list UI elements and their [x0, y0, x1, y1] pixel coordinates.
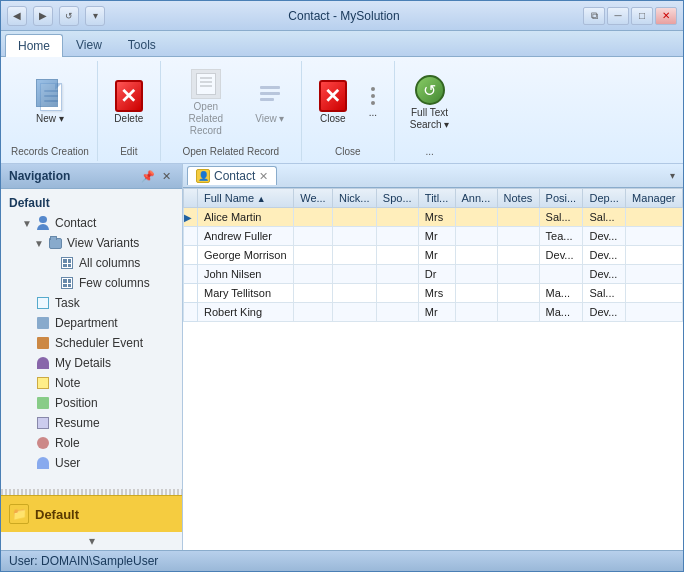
- records-creation-buttons: New ▾: [27, 63, 73, 142]
- cell-nick-2: [332, 246, 376, 265]
- header-notes[interactable]: Notes: [497, 189, 539, 208]
- cell-spo-1: [376, 227, 418, 246]
- task-icon: [35, 295, 51, 311]
- view-button[interactable]: View ▾: [247, 75, 293, 130]
- open-related-buttons: Open RelatedRecord View ▾: [169, 63, 293, 142]
- delete-button-label: Delete: [114, 113, 143, 125]
- sidebar-item-role[interactable]: Role: [1, 433, 182, 453]
- more-button[interactable]: ...: [360, 83, 386, 122]
- cell-full-name-4: Mary Tellitson: [198, 284, 294, 303]
- sidebar-item-resume[interactable]: Resume: [1, 413, 182, 433]
- cell-nick-4: [332, 284, 376, 303]
- minimize-button[interactable]: ─: [607, 7, 629, 25]
- header-posi[interactable]: Posi...: [539, 189, 583, 208]
- cell-notes-1: [497, 227, 539, 246]
- role-label: Role: [55, 436, 80, 450]
- sidebar-item-scheduler-event[interactable]: Scheduler Event: [1, 333, 182, 353]
- open-related-record-button[interactable]: Open RelatedRecord: [169, 63, 243, 142]
- cell-spo-5: [376, 303, 418, 322]
- sidebar-item-contact[interactable]: ▼ Contact: [1, 213, 182, 233]
- position-icon: [35, 395, 51, 411]
- content-tab-contact[interactable]: 👤 Contact ✕: [187, 166, 277, 185]
- cell-ann-3: [455, 265, 497, 284]
- sidebar-item-my-details[interactable]: My Details: [1, 353, 182, 373]
- header-titl[interactable]: Titl...: [418, 189, 455, 208]
- cell-dep-5: Dev...: [583, 303, 626, 322]
- cell-we-1: [294, 227, 333, 246]
- note-expand-space: [21, 377, 33, 389]
- nav-scroll-down-button[interactable]: ▾: [1, 532, 182, 550]
- sidebar-item-all-columns[interactable]: All columns: [1, 253, 182, 273]
- close-button[interactable]: ✕: [655, 7, 677, 25]
- cell-titl-5: Mr: [418, 303, 455, 322]
- cell-titl-3: Dr: [418, 265, 455, 284]
- sched-icon: [35, 335, 51, 351]
- sidebar-item-task[interactable]: Task: [1, 293, 182, 313]
- table-row[interactable]: John Nilsen Dr Dev...: [184, 265, 683, 284]
- scheduler-event-label: Scheduler Event: [55, 336, 143, 350]
- nav-bottom-section[interactable]: 📁 Default: [1, 495, 182, 532]
- fulltext-search-button[interactable]: ↺ Full TextSearch ▾: [403, 69, 456, 136]
- table-header: Full Name We... Nick... Spo... Titl... A…: [184, 189, 683, 208]
- view-icon: [254, 80, 286, 112]
- sidebar-item-note[interactable]: Note: [1, 373, 182, 393]
- table-row[interactable]: Andrew Fuller Mr Tea... Dev...: [184, 227, 683, 246]
- back-button[interactable]: ◀: [7, 6, 27, 26]
- sidebar-item-user[interactable]: User: [1, 453, 182, 473]
- tab-tools[interactable]: Tools: [115, 33, 169, 56]
- header-we[interactable]: We...: [294, 189, 333, 208]
- nav-pin-button[interactable]: 📌: [140, 168, 156, 184]
- sidebar-item-few-columns[interactable]: Few columns: [1, 273, 182, 293]
- cell-posi-3: [539, 265, 583, 284]
- tab-view[interactable]: View: [63, 33, 115, 56]
- cell-notes-0: [497, 208, 539, 227]
- tab-home[interactable]: Home: [5, 34, 63, 57]
- header-nick[interactable]: Nick...: [332, 189, 376, 208]
- sidebar-item-position[interactable]: Position: [1, 393, 182, 413]
- maximize-button[interactable]: □: [631, 7, 653, 25]
- my-details-expand-space: [21, 357, 33, 369]
- contact-icon: [35, 215, 51, 231]
- header-full-name[interactable]: Full Name: [198, 189, 294, 208]
- header-ann[interactable]: Ann...: [455, 189, 497, 208]
- status-text: User: DOMAIN\SampleUser: [9, 554, 158, 568]
- refresh-button[interactable]: ↺: [59, 6, 79, 26]
- all-columns-expand-space: [45, 257, 57, 269]
- tabs-dropdown-button[interactable]: ▾: [666, 168, 679, 183]
- cell-we-2: [294, 246, 333, 265]
- ribbon-tabs: Home View Tools: [1, 31, 683, 57]
- ribbon-content: New ▾ Records Creation ✕ Delete Edit: [1, 57, 683, 163]
- header-dep[interactable]: Dep...: [583, 189, 626, 208]
- delete-button[interactable]: ✕ Delete: [106, 75, 152, 130]
- cell-dep-1: Dev...: [583, 227, 626, 246]
- cell-posi-2: Dev...: [539, 246, 583, 265]
- task-label: Task: [55, 296, 80, 310]
- few-columns-icon: [59, 275, 75, 291]
- header-spo[interactable]: Spo...: [376, 189, 418, 208]
- table-row[interactable]: George Morrison Mr Dev... Dev...: [184, 246, 683, 265]
- table-row[interactable]: ▶ Alice Martin Mrs Sal... Sal...: [184, 208, 683, 227]
- nav-close-button[interactable]: ✕: [158, 168, 174, 184]
- position-expand-space: [21, 397, 33, 409]
- open-related-icon: [190, 68, 222, 100]
- sidebar-item-view-variants[interactable]: ▼ View Variants: [1, 233, 182, 253]
- cell-notes-4: [497, 284, 539, 303]
- contact-tab-icon: 👤: [196, 169, 210, 183]
- table-row[interactable]: Robert King Mr Ma... Dev...: [184, 303, 683, 322]
- fulltext-search-icon: ↺: [414, 74, 446, 106]
- resume-expand-space: [21, 417, 33, 429]
- cell-spo-0: [376, 208, 418, 227]
- table-row[interactable]: Mary Tellitson Mrs Ma... Sal...: [184, 284, 683, 303]
- nav-tree: Default ▼ Contact ▼: [1, 189, 182, 489]
- restore-button[interactable]: ⧉: [583, 7, 605, 25]
- my-details-label: My Details: [55, 356, 111, 370]
- close-record-button[interactable]: ✕ Close: [310, 75, 356, 130]
- sidebar-item-department[interactable]: Department: [1, 313, 182, 333]
- contact-tab-close[interactable]: ✕: [259, 170, 268, 183]
- dropdown-button[interactable]: ▾: [85, 6, 105, 26]
- header-manager[interactable]: Manager: [626, 189, 683, 208]
- forward-button[interactable]: ▶: [33, 6, 53, 26]
- view-variants-icon: [47, 235, 63, 251]
- cell-nick-3: [332, 265, 376, 284]
- new-button[interactable]: New ▾: [27, 75, 73, 130]
